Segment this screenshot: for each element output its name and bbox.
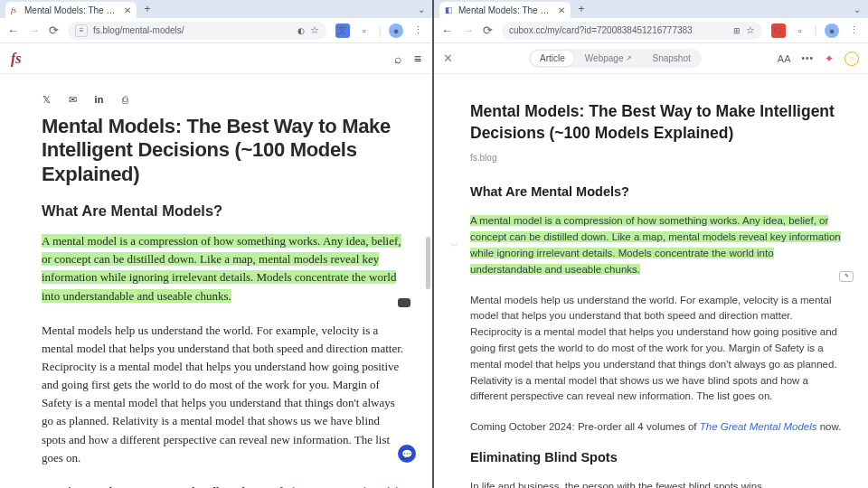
paragraph: In life and business, the person with th… <box>470 479 844 488</box>
share-icon[interactable]: ◐ <box>297 26 305 35</box>
source-label[interactable]: fs.blog <box>470 153 844 163</box>
scrollbar-thumb[interactable] <box>426 237 430 289</box>
external-link-icon: ↗ <box>626 54 632 62</box>
translate-icon[interactable]: G <box>771 23 786 38</box>
segment-webpage[interactable]: Webpage↗ <box>576 51 642 66</box>
preorder-paragraph: Coming October 2024: Pre-order all 4 vol… <box>42 483 405 488</box>
x-share-icon[interactable]: 𝕏 <box>42 94 52 106</box>
search-icon[interactable]: ⌕ <box>394 52 401 66</box>
section-heading: What Are Mental Models? <box>470 184 844 199</box>
site-header: fs ⌕ ≡ <box>0 43 432 74</box>
paragraph: Mental models help us understand the wor… <box>470 293 844 406</box>
preorder-suffix: now. <box>817 421 842 432</box>
extension-icon[interactable]: ▫ <box>793 23 807 38</box>
highlight-note-icon[interactable] <box>398 298 410 307</box>
account-avatar-icon[interactable]: ○ <box>844 52 859 66</box>
highlight-text[interactable]: A mental model is a compression of how s… <box>470 215 841 274</box>
reload-button[interactable]: ⟳ <box>49 23 59 37</box>
site-logo[interactable]: fs <box>11 51 22 67</box>
ai-sparkle-icon[interactable]: ✦ <box>825 52 834 65</box>
font-size-icon[interactable]: AA <box>778 53 791 64</box>
highlight-text[interactable]: A mental model is a compression of how s… <box>42 234 401 302</box>
tab-title: Mental Models: The Best Way <box>458 5 553 15</box>
browser-toolbar: ← → ⟳ cubox.cc/my/card?id=72008384512167… <box>434 18 868 43</box>
paragraph-highlighted[interactable]: A mental model is a compression of how s… <box>470 213 844 277</box>
translate-icon[interactable]: 文 <box>335 23 350 38</box>
browser-toolbar: ← → ⟳ ≡ fs.blog/mental-models/ ◐ ☆ 文 ▫ |… <box>0 18 432 43</box>
linkedin-share-icon[interactable]: in <box>94 94 104 106</box>
reload-button[interactable]: ⟳ <box>483 23 493 37</box>
reader-content: Mental Models: The Best Way to Make Inte… <box>434 74 868 488</box>
tab-close-icon[interactable]: ✕ <box>124 5 131 15</box>
browser-tab[interactable]: ◧ Mental Models: The Best Way ✕ <box>439 2 571 18</box>
tab-strip: ◧ Mental Models: The Best Way ✕ + ⌄ <box>434 0 868 18</box>
nav-buttons: ← → ⟳ <box>441 23 493 37</box>
share-row: 𝕏 ✉ in ⎙ <box>42 94 405 106</box>
back-button[interactable]: ← <box>7 23 19 37</box>
right-browser-window: ◧ Mental Models: The Best Way ✕ + ⌄ ← → … <box>434 0 868 488</box>
tabs-menu-icon[interactable]: ⌄ <box>854 5 861 14</box>
tab-title: Mental Models: The Best Way <box>24 5 119 15</box>
nav-buttons: ← → ⟳ <box>7 23 59 37</box>
tab-favicon: fs <box>11 5 20 14</box>
back-button[interactable]: ← <box>441 23 453 37</box>
site-info-icon[interactable]: ≡ <box>75 24 88 37</box>
preorder-link[interactable]: The Great Mental Models <box>700 421 817 432</box>
tabs-menu-icon[interactable]: ⌄ <box>418 5 425 14</box>
hamburger-menu-icon[interactable]: ≡ <box>414 52 421 66</box>
install-app-icon[interactable]: ⊞ <box>733 26 741 35</box>
cubox-toolbar: ✕ Article Webpage↗ Snapshot AA ••• ✦ ○ <box>434 43 868 74</box>
close-icon[interactable]: ✕ <box>443 52 453 65</box>
highlight-action-icon[interactable]: ✎ <box>839 271 854 282</box>
chat-fab-icon[interactable]: 💬 <box>398 445 416 463</box>
tab-close-icon[interactable]: ✕ <box>558 5 565 15</box>
bookmark-marker-icon[interactable]: ◡ <box>450 237 458 247</box>
profile-avatar-icon[interactable]: ● <box>825 23 839 38</box>
preorder-prefix: Coming October 2024: Pre-order all 4 vol… <box>470 421 700 432</box>
url-text: cubox.cc/my/card?id=7200838451216777383 <box>509 25 728 35</box>
bookmark-star-icon[interactable]: ☆ <box>310 24 319 36</box>
browser-tab[interactable]: fs Mental Models: The Best Way ✕ <box>5 2 137 18</box>
section-heading: Eliminating Blind Spots <box>470 450 844 465</box>
tab-strip: fs Mental Models: The Best Way ✕ + ⌄ <box>0 0 432 18</box>
segment-article[interactable]: Article <box>531 51 574 66</box>
address-bar[interactable]: ≡ fs.blog/mental-models/ ◐ ☆ <box>68 22 326 40</box>
profile-avatar-icon[interactable]: ● <box>389 23 403 38</box>
paragraph: Mental models help us understand the wor… <box>42 322 405 467</box>
article-title: Mental Models: The Best Way to Make Inte… <box>42 115 405 186</box>
url-text: fs.blog/mental-models/ <box>93 25 292 35</box>
segment-snapshot[interactable]: Snapshot <box>643 51 699 66</box>
section-heading: What Are Mental Models? <box>42 202 405 220</box>
new-tab-button[interactable]: + <box>140 2 155 16</box>
forward-button[interactable]: → <box>462 23 474 37</box>
view-segment: Article Webpage↗ Snapshot <box>529 49 702 68</box>
more-menu-icon[interactable]: ••• <box>801 53 814 63</box>
tab-favicon: ◧ <box>445 5 454 14</box>
address-bar[interactable]: cubox.cc/my/card?id=7200838451216777383 … <box>502 22 762 40</box>
new-tab-button[interactable]: + <box>574 2 589 16</box>
email-share-icon[interactable]: ✉ <box>68 94 78 106</box>
browser-menu-icon[interactable]: ⋮ <box>846 23 861 38</box>
toolbar-icons: G ▫ | ● ⋮ <box>771 23 861 38</box>
forward-button[interactable]: → <box>28 23 40 37</box>
article-content: 𝕏 ✉ in ⎙ Mental Models: The Best Way to … <box>0 74 432 488</box>
left-browser-window: fs Mental Models: The Best Way ✕ + ⌄ ← →… <box>0 0 434 488</box>
browser-menu-icon[interactable]: ⋮ <box>410 23 425 38</box>
toolbar-icons: 文 ▫ | ● ⋮ <box>335 23 425 38</box>
bookmark-star-icon[interactable]: ☆ <box>746 24 755 36</box>
extension-icon[interactable]: ▫ <box>357 23 372 38</box>
reader-title: Mental Models: The Best Way to Make Inte… <box>470 101 844 144</box>
paragraph-highlighted[interactable]: A mental model is a compression of how s… <box>42 232 405 305</box>
preorder-paragraph: Coming October 2024: Pre-order all 4 vol… <box>470 419 844 436</box>
print-icon[interactable]: ⎙ <box>120 94 130 106</box>
